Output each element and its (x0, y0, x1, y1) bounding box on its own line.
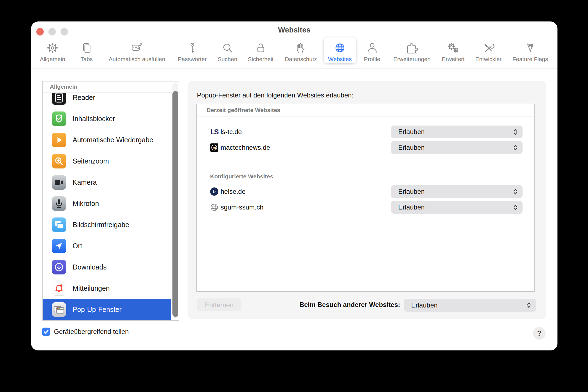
tab-feature-flags[interactable]: Feature Flags (512, 41, 548, 62)
toolbar-divider (31, 68, 557, 69)
tab-label: Sicherheit (248, 56, 273, 62)
sidebar: Allgemein Reader (42, 81, 179, 321)
heise-favicon: h (210, 187, 218, 196)
site-domain: heise.de (221, 188, 246, 195)
video-camera-icon (52, 175, 66, 190)
magnifier-plus-icon (52, 154, 66, 168)
tab-label: Suchen (218, 56, 237, 62)
sidebar-item-pop-up-fenster[interactable]: Pop-Up-Fenster (43, 299, 171, 320)
tools-icon (482, 41, 495, 55)
open-websites-header: Derzeit geöffnete Websites (197, 104, 534, 116)
sidebar-item-inhaltsblocker[interactable]: Inhaltsblocker (43, 108, 171, 129)
sidebar-item-bildschirmfreigabe[interactable]: Bildschirmfreigabe (43, 214, 171, 235)
permission-value: Erlauben (398, 144, 425, 151)
tab-label: Feature Flags (512, 56, 548, 62)
sidebar-scrollbar-thumb[interactable] (172, 91, 178, 317)
site-row-sgum-ssum[interactable]: sgum-ssum.ch Erlauben (210, 201, 523, 214)
permission-dropdown[interactable]: Erlauben (391, 185, 523, 198)
permission-value: Erlauben (411, 301, 438, 309)
sidebar-item-kamera[interactable]: Kamera (43, 172, 171, 193)
sidebar-item-label: Pop-Up-Fenster (73, 306, 122, 314)
window-title: Websites (31, 26, 557, 34)
location-arrow-icon (52, 239, 66, 253)
site-row-ls-tc[interactable]: LS ls-tc.de Erlauben (210, 126, 523, 138)
tab-tabs[interactable]: Tabs (80, 41, 93, 62)
shield-check-icon (52, 111, 66, 126)
tab-label: Erweitert (442, 56, 465, 62)
tab-entwickler[interactable]: Entwickler (475, 41, 502, 62)
sidebar-item-label: Bildschirmfreigabe (73, 221, 129, 229)
sidebar-section-header: Allgemein (43, 81, 179, 92)
microphone-icon (52, 196, 66, 211)
tab-profile[interactable]: Profile (364, 41, 380, 62)
sidebar-item-label: Inhaltsblocker (73, 115, 115, 123)
tab-suchen[interactable]: Suchen (218, 41, 237, 62)
sidebar-item-automatische-wiedergabe[interactable]: Automatische Wiedergabe (43, 129, 171, 151)
sidebar-item-label: Automatische Wiedergabe (73, 136, 153, 144)
sidebar-item-label: Mitteilungen (73, 284, 110, 292)
sidebar-item-ort[interactable]: Ort (43, 235, 171, 257)
reader-icon (52, 93, 66, 105)
popup-settings-panel: Popup-Fenster auf den folgenden Websites… (188, 81, 546, 319)
tab-datenschutz[interactable]: Datenschutz (285, 41, 317, 62)
share-across-devices-checkbox[interactable] (42, 328, 50, 336)
permission-value: Erlauben (398, 188, 425, 195)
websites-list-box: Derzeit geöffnete Websites LS ls-tc.de E… (196, 104, 535, 292)
tab-sicherheit[interactable]: Sicherheit (248, 41, 273, 62)
permission-dropdown[interactable]: Erlauben (391, 201, 523, 214)
site-row-mactechnews[interactable]: m mactechnews.de Erlauben (210, 141, 523, 154)
svg-text:m: m (213, 146, 216, 150)
tab-automatisch-ausfuellen[interactable]: Automatisch ausfüllen (109, 41, 165, 62)
tabs-icon (80, 41, 93, 55)
person-icon (366, 41, 378, 55)
sidebar-item-reader[interactable]: Reader (43, 93, 171, 108)
sidebar-item-downloads[interactable]: Downloads (43, 257, 171, 278)
tab-label: Websites (328, 56, 352, 62)
gears-icon (447, 41, 460, 55)
tab-label: Allgemein (40, 56, 65, 62)
sidebar-item-label: Seitenzoom (73, 157, 109, 165)
other-websites-label: Beim Besuch anderer Websites: (300, 301, 400, 309)
share-across-devices-label: Geräteübergreifend teilen (54, 328, 129, 336)
tab-erweitert[interactable]: Erweitert (442, 41, 465, 62)
site-row-heise[interactable]: h heise.de Erlauben (210, 185, 523, 198)
sidebar-list: Reader Inhaltsblocker Automat (43, 93, 179, 320)
tab-websites[interactable]: Websites (328, 41, 352, 62)
play-icon (52, 133, 66, 147)
sidebar-item-mikrofon[interactable]: Mikrofon (43, 193, 171, 214)
screen: Websites Allgemein Tabs (0, 0, 588, 392)
other-websites-dropdown[interactable]: Erlauben (404, 299, 536, 312)
svg-text:h: h (213, 189, 216, 194)
sidebar-item-label: Ort (73, 242, 82, 250)
tab-label: Automatisch ausfüllen (109, 56, 165, 62)
bell-icon (52, 281, 66, 296)
chevron-up-down-icon (513, 204, 518, 211)
popup-windows-icon (52, 302, 66, 317)
hand-icon (295, 41, 307, 55)
tab-label: Passwörter (178, 56, 207, 62)
autofill-pencil-icon (131, 41, 143, 55)
sidebar-item-seitenzoom[interactable]: Seitenzoom (43, 151, 171, 172)
panel-heading: Popup-Fenster auf den folgenden Websites… (197, 91, 353, 99)
tab-allgemein[interactable]: Allgemein (40, 41, 65, 62)
puzzle-icon (406, 41, 418, 55)
chevron-up-down-icon (513, 128, 518, 136)
chevron-up-down-icon (513, 188, 518, 195)
help-button[interactable]: ? (533, 327, 546, 340)
tab-label: Erweiterungen (393, 56, 430, 62)
remove-button[interactable]: Entfernen (197, 298, 241, 311)
key-icon (186, 41, 199, 55)
lock-icon (254, 41, 267, 55)
permission-dropdown[interactable]: Erlauben (391, 141, 523, 154)
globe-favicon (210, 203, 218, 211)
site-domain: sgum-ssum.ch (221, 203, 263, 211)
tab-passwoerter[interactable]: Passwörter (178, 41, 207, 62)
magnifier-icon (221, 41, 234, 55)
tab-erweiterungen[interactable]: Erweiterungen (393, 41, 430, 62)
permission-dropdown[interactable]: Erlauben (391, 126, 523, 138)
sidebar-item-label: Reader (73, 94, 95, 102)
sidebar-item-mitteilungen[interactable]: Mitteilungen (43, 278, 171, 299)
safari-settings-window: Websites Allgemein Tabs (31, 21, 557, 350)
share-across-devices: Geräteübergreifend teilen (42, 328, 129, 336)
sidebar-item-label: Kamera (73, 178, 97, 186)
